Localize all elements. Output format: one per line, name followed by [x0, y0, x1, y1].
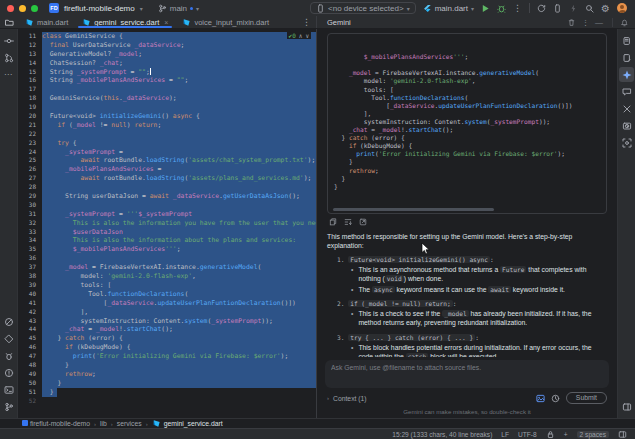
- open-in-file-icon[interactable]: [359, 218, 367, 226]
- caret-position[interactable]: 15:29 (1333 chars, 40 line breaks): [392, 431, 492, 438]
- settings-icon[interactable]: ⚙: [601, 4, 610, 13]
- search-icon[interactable]: [585, 4, 594, 13]
- editor-line-11[interactable]: 11class GeminiService {: [18, 32, 316, 41]
- plus-icon[interactable]: +: [564, 431, 568, 438]
- more-actions-icon[interactable]: ⋮: [513, 4, 522, 13]
- run-configuration[interactable]: main.dart ▾: [423, 4, 474, 13]
- notifications-bell-icon[interactable]: [612, 18, 629, 27]
- editor-line-48[interactable]: 48 }: [18, 361, 316, 370]
- submit-button[interactable]: Submit: [566, 392, 607, 404]
- app-inspection-icon[interactable]: [1, 331, 16, 346]
- zoom-window-button[interactable]: [31, 5, 38, 12]
- editor-line-40[interactable]: 40 Tool.functionDeclarations(: [18, 290, 316, 299]
- editor-line-37[interactable]: 37 _model = FirebaseVertexAI.instance.ge…: [18, 263, 316, 272]
- tab-voice_input_mixin.dart[interactable]: voice_input_mixin.dart: [175, 16, 276, 28]
- history-clock-icon[interactable]: [551, 394, 560, 403]
- editor-line-18[interactable]: 18 GeminiService(this._dataService);: [18, 94, 316, 103]
- editor-line-14[interactable]: 14 ChatSession? _chat;: [18, 59, 316, 68]
- editor-line-46[interactable]: 46 if (kDebugMode) {: [18, 343, 316, 352]
- editor-line-49[interactable]: 49 rethrow;: [18, 370, 316, 379]
- editor-line-51[interactable]: 51 }: [18, 388, 316, 397]
- branch-selector[interactable]: main ▾: [158, 4, 199, 13]
- minimize-window-button[interactable]: [19, 5, 26, 12]
- attach-image-icon[interactable]: [536, 394, 545, 403]
- project-tool-icon[interactable]: [0, 16, 18, 28]
- sync-icon[interactable]: [537, 4, 546, 13]
- editor-line-17[interactable]: 17: [18, 85, 316, 94]
- breadcrumb-item-services[interactable]: services: [117, 420, 142, 427]
- breadcrumb-item-lib[interactable]: lib: [100, 420, 107, 427]
- device-explorer-icon[interactable]: [1, 314, 16, 329]
- breadcrumb-item-gemini_service.dart[interactable]: gemini_service.dart: [152, 419, 223, 428]
- run-button[interactable]: [481, 4, 490, 13]
- tab-gemini_service.dart[interactable]: gemini_service.dart×: [75, 16, 175, 28]
- tab-main.dart[interactable]: main.dart: [18, 16, 75, 28]
- next-problem-icon[interactable]: ∨: [305, 32, 309, 39]
- hide-panel-icon[interactable]: —: [595, 18, 603, 27]
- line-ending[interactable]: LF: [501, 431, 509, 438]
- tab-options-icon[interactable]: ⋮: [302, 16, 316, 28]
- editor-line-38[interactable]: 38 model: 'gemini-2.0-flash-exp',: [18, 272, 316, 281]
- editor-line-16[interactable]: 16 String _mobilePlansAndServices = "";: [18, 76, 316, 85]
- lock-icon[interactable]: [546, 430, 555, 439]
- editor-line-28[interactable]: 28: [18, 183, 316, 192]
- build-variants-icon[interactable]: [619, 101, 634, 116]
- editor-line-13[interactable]: 13 GenerativeModel? _model;: [18, 50, 316, 59]
- app-quality-insights-icon[interactable]: [619, 118, 634, 133]
- editor-line-19[interactable]: 19: [18, 103, 316, 112]
- profile-avatar[interactable]: [617, 3, 627, 13]
- editor-line-50[interactable]: 50 }: [18, 379, 316, 388]
- context-label[interactable]: Context (1): [333, 395, 367, 402]
- running-devices-icon[interactable]: [619, 135, 634, 150]
- project-selector[interactable]: fireflut-mobile-demo: [64, 4, 135, 13]
- indent-setting[interactable]: 2 spaces: [577, 431, 609, 438]
- gemini-input-box[interactable]: [325, 360, 609, 388]
- context-expander-icon[interactable]: ›: [327, 395, 329, 401]
- version-control-icon[interactable]: [1, 399, 16, 414]
- gemini-prompt-input[interactable]: [331, 364, 603, 384]
- bolt-icon[interactable]: [569, 4, 578, 13]
- gemini-icon[interactable]: [619, 67, 634, 82]
- close-tab-icon[interactable]: ×: [164, 19, 168, 26]
- editor-line-27[interactable]: 27 await rootBundle.loadString('assets/p…: [18, 174, 316, 183]
- editor-line-26[interactable]: 26 _mobilePlansAndServices =: [18, 165, 316, 174]
- editor-line-41[interactable]: 41 [_dataService.updateUserPlanFuntionDe…: [18, 299, 316, 308]
- window-layout-icon[interactable]: [618, 430, 627, 439]
- insert-into-editor-icon[interactable]: [344, 218, 352, 226]
- commit-icon[interactable]: [1, 33, 16, 48]
- editor-line-25[interactable]: 25 await rootBundle.loadString('assets/c…: [18, 156, 316, 165]
- device-manager-icon[interactable]: [619, 50, 634, 65]
- editor-line-20[interactable]: 20 Future<void> initializeGemini() async…: [18, 112, 316, 121]
- gemini-messages[interactable]: $_mobilePlansAndServices'''; _model = Fi…: [317, 29, 617, 357]
- terminal-icon[interactable]: [1, 382, 16, 397]
- more-tool-windows-icon[interactable]: ⋯: [1, 67, 16, 82]
- editor-line-36[interactable]: 36: [18, 254, 316, 263]
- editor-line-21[interactable]: 21 if (_model != null) return;: [18, 121, 316, 130]
- editor-line-47[interactable]: 47 print('Error initializing Gemini via …: [18, 352, 316, 361]
- device-mirror-icon[interactable]: [553, 4, 562, 13]
- editor-line-52[interactable]: 52: [18, 397, 316, 406]
- editor-line-44[interactable]: 44 _chat = _model!.startChat();: [18, 325, 316, 334]
- problems-icon[interactable]: [1, 365, 16, 380]
- editor-line-34[interactable]: 34 This is also the information about th…: [18, 236, 316, 245]
- assistant-chat-icon[interactable]: [619, 84, 634, 99]
- close-window-button[interactable]: [7, 5, 14, 12]
- editor-line-22[interactable]: 22: [18, 130, 316, 139]
- editor-line-35[interactable]: 35 $_mobilePlansAndServices''';: [18, 245, 316, 254]
- editor-line-29[interactable]: 29 String userDataJson = await _dataServ…: [18, 192, 316, 201]
- code-block-hscrollbar[interactable]: [333, 208, 494, 211]
- prev-problem-icon[interactable]: ∧: [299, 32, 303, 39]
- inspection-widget[interactable]: ✔0 ∧ ∨: [287, 32, 312, 39]
- editor-line-39[interactable]: 39 tools: [: [18, 281, 316, 290]
- panel-options-icon[interactable]: ⋮: [582, 18, 589, 27]
- pull-requests-icon[interactable]: [1, 50, 16, 65]
- code-editor[interactable]: ✔0 ∧ ∨ 11class GeminiService {12 final U…: [18, 29, 316, 418]
- editor-line-42[interactable]: 42 ],: [18, 308, 316, 317]
- editor-line-45[interactable]: 45 } catch (error) {: [18, 334, 316, 343]
- clear-chat-icon[interactable]: [567, 18, 576, 27]
- debug-button[interactable]: [497, 4, 506, 13]
- editor-line-31[interactable]: 31 _systemPrompt = '''$_systemPrompt: [18, 210, 316, 219]
- editor-line-15[interactable]: 15 String _systemPrompt = "";: [18, 68, 316, 77]
- device-selector[interactable]: <no device selected> ▾: [310, 2, 416, 14]
- gradle-icon[interactable]: [619, 33, 634, 48]
